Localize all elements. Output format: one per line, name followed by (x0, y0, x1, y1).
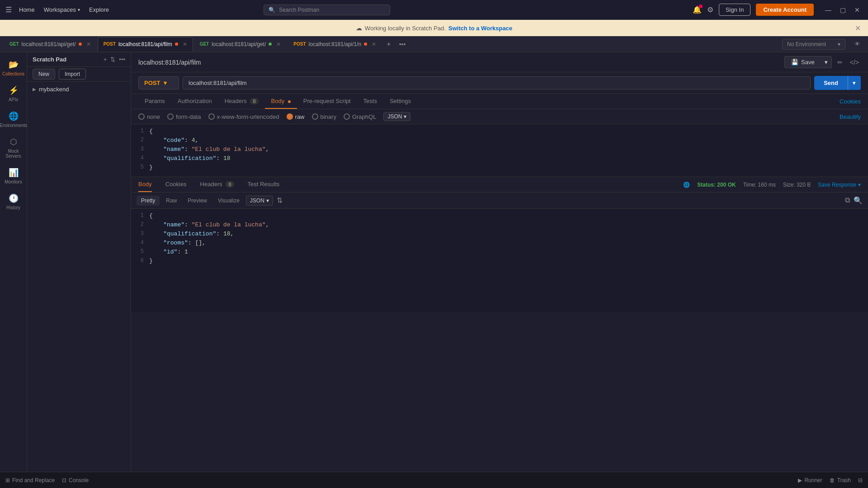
sidebar-apis-label: APIs (9, 97, 18, 102)
option-urlencoded[interactable]: x-www-form-urlencoded (208, 113, 279, 120)
tab-close-icon[interactable]: ✕ (372, 41, 376, 47)
switch-workspace-link[interactable]: Switch to a Workspace (448, 25, 512, 32)
tab-get-2[interactable]: GET localhost:8181/api/get/ ✕ (194, 37, 287, 52)
resp-code-line-2: 2 "name": "El club de la lucha", (131, 221, 868, 230)
close-button[interactable]: ✕ (852, 5, 863, 15)
edit-icon-button[interactable]: ✏ (835, 57, 844, 68)
save-dropdown-button[interactable]: ▾ (821, 56, 832, 68)
sidebar-item-apis[interactable]: ⚡ APIs (2, 82, 25, 106)
maximize-button[interactable]: ▢ (837, 5, 848, 15)
code-icon-button[interactable]: </> (848, 57, 861, 68)
resp-code-line-5: 5 "id": 1 (131, 249, 868, 258)
create-account-button[interactable]: Create Account (756, 4, 814, 16)
tab-close-icon[interactable]: ✕ (183, 41, 187, 47)
add-tab-button[interactable]: + (383, 38, 394, 50)
resp-tab-headers[interactable]: Headers 8 (200, 177, 234, 192)
url-input[interactable] (183, 76, 811, 89)
tab-close-icon[interactable]: ✕ (86, 41, 91, 47)
method-url-row: POST ▾ Send ▾ (131, 72, 868, 94)
console-button[interactable]: ⊡ Console (62, 477, 89, 483)
search-bar[interactable]: 🔍 Search Postman (264, 5, 390, 15)
new-button[interactable]: New (33, 69, 55, 80)
sidebar-item-environments[interactable]: 🌐 Environments (2, 108, 25, 131)
cloud-icon: ☁ (356, 24, 362, 32)
radio-graphql-icon (344, 113, 350, 120)
collection-mybackend[interactable]: ▶ mybackend (29, 84, 129, 95)
tab-get-1[interactable]: GET localhost:8181/api/get/ ✕ (4, 37, 97, 52)
sign-in-button[interactable]: Sign In (719, 4, 750, 16)
runner-button[interactable]: ▶ Runner (798, 477, 822, 483)
save-response-button[interactable]: Save Response ▾ (818, 182, 861, 188)
environment-selector[interactable]: No Environment ▾ (782, 39, 845, 50)
globe-icon[interactable]: 🌐 (683, 182, 690, 188)
request-body-editor[interactable]: 1 { 2 "code": 4, 3 "name": "El club de l… (131, 124, 868, 177)
console-icon: ⊡ (62, 477, 66, 483)
option-binary[interactable]: binary (312, 113, 336, 120)
nav-workspaces[interactable]: Workspaces ▾ (44, 6, 80, 13)
sidebar-item-monitors[interactable]: 📊 Monitors (2, 164, 25, 188)
tab-pre-request[interactable]: Pre-request Script (297, 94, 357, 109)
tab-url: localhost:8181/api/get/ (212, 41, 266, 47)
sidebar-item-collections[interactable]: 📂 Collections (2, 56, 25, 80)
cookies-link[interactable]: Cookies (840, 98, 861, 105)
tab-headers[interactable]: Headers 8 (218, 94, 265, 109)
mock-servers-icon: ⬡ (10, 137, 17, 147)
sidebar-item-history[interactable]: 🕐 History (2, 190, 25, 214)
resp-tab-cookies[interactable]: Cookies (165, 177, 187, 192)
option-none[interactable]: none (138, 113, 160, 120)
send-dropdown-button[interactable]: ▾ (848, 76, 861, 90)
sort-icon[interactable]: ⇅ (110, 56, 115, 63)
option-raw[interactable]: raw (287, 113, 305, 120)
method-selector[interactable]: POST ▾ (138, 76, 179, 89)
tab-modified-dot (269, 42, 272, 46)
find-replace-button[interactable]: ⊞ Find and Replace (5, 477, 55, 483)
nav-home[interactable]: Home (19, 6, 35, 13)
sidebar-mock-label: Mock Servers (4, 149, 24, 159)
resp-preview-tab[interactable]: Preview (183, 196, 212, 206)
save-resp-chevron-icon: ▾ (858, 182, 861, 188)
more-tabs-button[interactable]: ••• (396, 39, 410, 50)
tab-post-n[interactable]: POST localhost:8181/api/1/n ✕ (288, 37, 382, 52)
tab-authorization[interactable]: Authorization (171, 94, 218, 109)
more-options-icon[interactable]: ••• (119, 56, 125, 63)
tab-close-icon[interactable]: ✕ (276, 41, 281, 47)
layout-button[interactable]: ⊟ (858, 477, 863, 483)
find-replace-icon: ⊞ (5, 477, 10, 483)
option-form-data[interactable]: form-data (167, 113, 201, 120)
resp-tab-body[interactable]: Body (138, 177, 152, 192)
trash-button[interactable]: 🗑 Trash (830, 477, 851, 483)
environment-settings-icon[interactable]: 👁 (850, 41, 864, 47)
option-graphql[interactable]: GraphQL (344, 113, 376, 120)
save-main-button[interactable]: 💾 Save (784, 56, 821, 68)
tab-body[interactable]: Body (265, 94, 297, 109)
resp-filter-icon[interactable]: ⇅ (275, 194, 284, 206)
resp-tab-test-results[interactable]: Test Results (248, 177, 280, 192)
resp-pretty-tab[interactable]: Pretty (137, 196, 160, 206)
send-main-button[interactable]: Send (814, 76, 848, 90)
resp-visualize-tab[interactable]: Visualize (213, 196, 244, 206)
tab-settings[interactable]: Settings (383, 94, 417, 109)
bottom-right-actions: ▶ Runner 🗑 Trash ⊟ (798, 477, 863, 483)
tab-post-film[interactable]: POST localhost:8181/api/film ✕ (98, 37, 193, 52)
tab-params[interactable]: Params (138, 94, 171, 109)
json-type-dropdown[interactable]: JSON ▾ (383, 112, 410, 121)
new-collection-button[interactable]: + (104, 56, 107, 63)
resp-search-icon[interactable]: 🔍 (854, 196, 863, 205)
resp-json-dropdown[interactable]: JSON ▾ (246, 196, 273, 206)
import-button[interactable]: Import (59, 69, 86, 80)
sidebar-item-mock-servers[interactable]: ⬡ Mock Servers (2, 133, 25, 162)
menu-icon[interactable]: ☰ (5, 5, 12, 14)
tab-tests[interactable]: Tests (357, 94, 383, 109)
gear-icon[interactable]: ⚙ (707, 5, 713, 14)
nav-explore[interactable]: Explore (89, 6, 109, 13)
environments-icon: 🌐 (9, 111, 19, 121)
tab-method-label: POST (104, 42, 116, 47)
minimize-button[interactable]: — (823, 5, 834, 15)
close-banner-button[interactable]: ✕ (855, 24, 861, 33)
beautify-link[interactable]: Beautify (840, 113, 861, 120)
sidebar: 📂 Collections ⚡ APIs 🌐 Environments ⬡ Mo… (0, 52, 27, 472)
resp-copy-icon[interactable]: ⧉ (845, 196, 850, 205)
resp-action-icons: ⧉ 🔍 (845, 196, 863, 205)
req-code-line-3: 3 "name": "El club de la lucha", (131, 146, 868, 155)
resp-raw-tab[interactable]: Raw (161, 196, 181, 206)
